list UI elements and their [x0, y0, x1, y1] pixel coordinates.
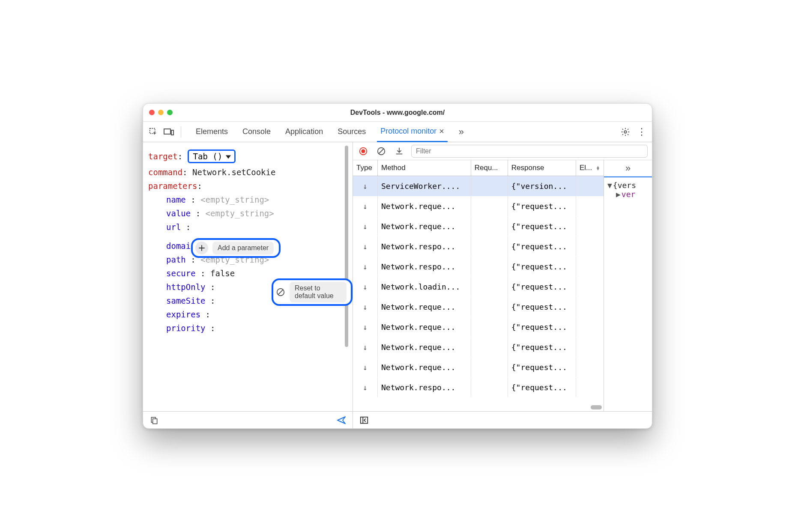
add-parameter-tooltip: Add a parameter — [212, 242, 274, 254]
settings-icon[interactable] — [619, 126, 631, 138]
copy-icon[interactable] — [148, 414, 160, 426]
svg-rect-2 — [171, 130, 173, 135]
cell-elapsed — [576, 357, 604, 377]
tree-root[interactable]: {vers — [613, 181, 636, 190]
cell-response: {"request... — [508, 337, 576, 357]
param-key-url[interactable]: url — [166, 222, 181, 232]
cell-response: {"request... — [508, 357, 576, 377]
param-key-path[interactable]: path — [166, 255, 186, 264]
cell-request — [471, 216, 508, 236]
content-area: target: Tab () command: Network.setCooki… — [143, 142, 652, 428]
table-row[interactable]: ↓ServiceWorker....{"version... — [353, 176, 604, 196]
svg-rect-7 — [153, 418, 157, 424]
cell-elapsed — [576, 176, 604, 196]
param-value-value[interactable]: <empty_string> — [206, 209, 274, 218]
tab-elements[interactable]: Elements — [192, 122, 231, 142]
kebab-menu-icon[interactable]: ⋮ — [636, 126, 648, 138]
table-row[interactable]: ↓Network.reque...{"request... — [353, 216, 604, 236]
cell-response: {"request... — [508, 377, 576, 397]
close-window-button[interactable] — [149, 110, 155, 115]
direction-down-icon: ↓ — [363, 242, 368, 251]
cell-response: {"request... — [508, 196, 576, 216]
cell-request — [471, 257, 508, 276]
table-row[interactable]: ↓Network.reque...{"request... — [353, 357, 604, 377]
tab-sources[interactable]: Sources — [334, 122, 369, 142]
table-row[interactable]: ↓Network.reque...{"request... — [353, 317, 604, 337]
cell-response: {"version... — [508, 176, 576, 196]
messages-table: Type Method Requ... Response El...▲▼ ↓Se… — [353, 160, 604, 411]
param-secure-value[interactable]: false — [210, 269, 235, 278]
command-value[interactable]: Network.setCookie — [192, 167, 275, 177]
reset-value-button[interactable] — [276, 286, 285, 299]
cell-response: {"request... — [508, 216, 576, 236]
param-key-secure[interactable]: secure — [166, 269, 196, 278]
cell-response: {"request... — [508, 317, 576, 337]
send-command-button[interactable] — [335, 414, 347, 426]
cell-request — [471, 277, 508, 296]
cell-request — [471, 357, 508, 377]
param-name-value[interactable]: <empty_string> — [200, 195, 269, 204]
inspect-element-icon[interactable] — [147, 126, 159, 138]
more-tabs-icon[interactable]: » — [455, 126, 467, 138]
table-row[interactable]: ↓Network.loadin...{"request... — [353, 277, 604, 297]
table-row[interactable]: ↓Network.respo...{"request... — [353, 257, 604, 277]
minimize-window-button[interactable] — [158, 110, 164, 115]
param-key-samesite[interactable]: sameSite — [166, 296, 206, 305]
save-button[interactable] — [393, 145, 405, 157]
target-select[interactable]: Tab () — [188, 149, 236, 163]
close-tab-icon[interactable]: × — [439, 126, 444, 136]
cell-method: ServiceWorker.... — [378, 176, 471, 196]
command-editor-panel: target: Tab () command: Network.setCooki… — [143, 142, 353, 428]
tab-application[interactable]: Application — [282, 122, 326, 142]
col-elapsed[interactable]: El...▲▼ — [576, 160, 604, 176]
table-row[interactable]: ↓Network.respo...{"request... — [353, 377, 604, 398]
col-method[interactable]: Method — [378, 160, 471, 176]
parameters-label: parameters — [148, 181, 197, 191]
add-parameter-callout: Add a parameter — [191, 238, 281, 258]
table-horizontal-scrollbar[interactable] — [591, 405, 602, 409]
param-key-expires[interactable]: expires — [166, 310, 200, 319]
col-response[interactable]: Response — [508, 160, 576, 176]
param-key-priority[interactable]: priority — [166, 323, 206, 333]
param-key-name[interactable]: name — [166, 195, 186, 204]
direction-down-icon: ↓ — [363, 363, 368, 372]
col-request[interactable]: Requ... — [471, 160, 508, 176]
tree-caret-icon[interactable]: ▶ — [616, 190, 621, 199]
direction-down-icon: ↓ — [363, 323, 368, 332]
clear-button[interactable] — [375, 145, 387, 157]
direction-down-icon: ↓ — [363, 302, 368, 311]
table-row[interactable]: ↓Network.reque...{"request... — [353, 337, 604, 357]
traffic-lights — [149, 110, 173, 115]
table-row[interactable]: ↓Network.respo...{"request... — [353, 236, 604, 257]
param-key-value[interactable]: value — [166, 209, 191, 218]
tree-child[interactable]: ver — [622, 190, 636, 199]
table-row[interactable]: ↓Network.reque...{"request... — [353, 297, 604, 317]
record-button[interactable] — [357, 145, 369, 157]
filter-input[interactable] — [411, 145, 648, 158]
editor-scrollbar[interactable] — [345, 146, 348, 347]
col-type[interactable]: Type — [353, 160, 378, 176]
details-more-tabs[interactable]: » — [604, 160, 652, 177]
maximize-window-button[interactable] — [167, 110, 173, 115]
reset-value-callout: Reset to default value — [272, 278, 353, 306]
direction-down-icon: ↓ — [363, 343, 368, 352]
add-parameter-button[interactable] — [195, 242, 208, 254]
titlebar: DevTools - www.google.com/ — [143, 104, 652, 122]
cell-request — [471, 377, 508, 397]
target-label: target — [148, 152, 178, 161]
devtools-window: DevTools - www.google.com/ Elements Cons… — [143, 103, 652, 429]
cell-elapsed — [576, 317, 604, 337]
direction-down-icon: ↓ — [363, 182, 368, 191]
tab-console[interactable]: Console — [239, 122, 274, 142]
svg-line-11 — [379, 149, 384, 153]
cell-elapsed — [576, 277, 604, 296]
table-row[interactable]: ↓Network.reque...{"request... — [353, 196, 604, 216]
direction-down-icon: ↓ — [363, 383, 368, 392]
device-mode-icon[interactable] — [163, 126, 175, 138]
param-key-httponly[interactable]: httpOnly — [166, 282, 206, 292]
tree-caret-icon[interactable]: ▼ — [607, 181, 612, 190]
tab-protocol-monitor[interactable]: Protocol monitor × — [377, 122, 448, 142]
toggle-side-panel-button[interactable] — [358, 414, 370, 426]
cell-request — [471, 196, 508, 216]
cell-request — [471, 297, 508, 317]
